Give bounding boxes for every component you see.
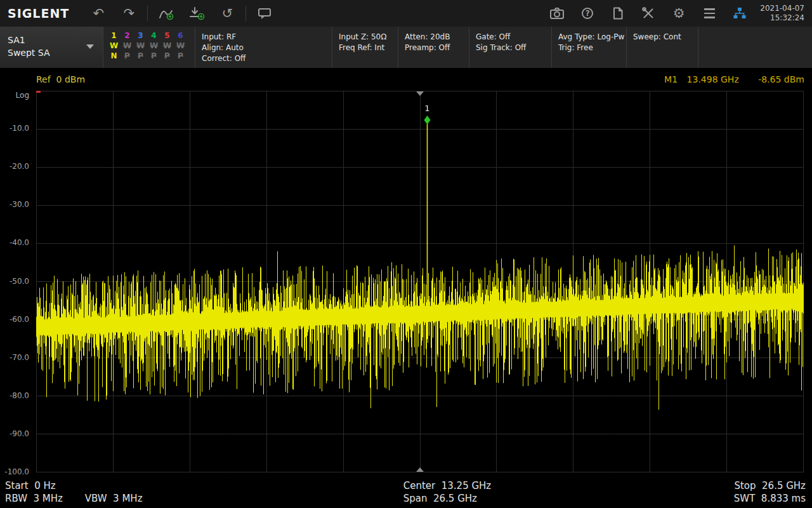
help-icon[interactable]: ? — [572, 0, 603, 27]
save-add-icon[interactable] — [181, 0, 212, 27]
impedance-status[interactable]: Input Z: 50ΩFreq Ref: Int — [332, 27, 398, 68]
sweep-info-right: Stop 26.5 GHz SWT 8.833 ms — [622, 476, 812, 508]
top-toolbar: SIGLENT ↶ ↷ ↺ — [0, 0, 812, 27]
settings-gear-icon[interactable]: ⚙ — [664, 0, 694, 27]
chevron-down-icon — [86, 44, 94, 49]
list-glyph — [704, 8, 715, 18]
spectrum-canvas[interactable] — [36, 91, 804, 472]
y-tick-label: -100.0 — [4, 467, 29, 476]
toolbar-separator — [147, 6, 148, 21]
sweep-status[interactable]: Sweep: Cont — [626, 27, 698, 68]
redo-icon[interactable]: ↷ — [114, 0, 144, 27]
date-label: 2021-04-07 — [760, 4, 804, 13]
menu-list-icon[interactable] — [694, 0, 724, 27]
trace-indicator-2[interactable]: 2WP — [123, 30, 131, 68]
file-icon[interactable] — [603, 0, 633, 27]
time-label: 15:32:24 — [760, 13, 804, 23]
y-tick-label: -20.0 — [10, 162, 29, 171]
trace-indicator-5[interactable]: 5WP — [163, 30, 171, 68]
start-frequency-label: Start 0 Hz — [5, 479, 273, 492]
atten-status[interactable]: Atten: 20dBPreamp: Off — [398, 27, 469, 68]
sweep-info-bar: Start 0 Hz RBW 3 MHz VBW 3 MHz Center 13… — [0, 476, 812, 508]
trace-status: 1WN2WP3WP4WP5WP6WP — [103, 27, 195, 68]
sweep-time-label: SWT 8.833 ms — [622, 492, 806, 505]
trace-indicator-3[interactable]: 3WP — [136, 30, 145, 68]
toolbar-separator — [246, 6, 246, 21]
y-tick-label: -40.0 — [10, 238, 29, 247]
message-dialog-icon[interactable] — [249, 0, 280, 27]
y-tick-label: -50.0 — [10, 277, 29, 286]
status-filler — [698, 27, 812, 68]
status-columns: Input: RFAlign: AutoCorrect: OffInput Z:… — [195, 27, 812, 68]
vbw-label: VBW 3 MHz — [85, 493, 143, 504]
gate-status[interactable]: Gate: OffSig Track: Off — [469, 27, 551, 68]
span-label: Span 26.5 GHz — [403, 492, 492, 505]
y-tick-label: -10.0 — [10, 124, 29, 133]
peak-search-add-icon[interactable] — [151, 0, 181, 27]
input-status[interactable]: Input: RFAlign: AutoCorrect: Off — [195, 27, 332, 68]
marker-frequency: 13.498 GHz — [687, 74, 739, 84]
status-bar: SA1 Swept SA 1WN2WP3WP4WP5WP6WP Input: R… — [0, 27, 812, 68]
y-axis-labels: Log -10.0-20.0-30.0-40.0-50.0-60.0-70.0-… — [0, 91, 32, 472]
rbw-label: RBW 3 MHz — [5, 493, 63, 504]
y-tick-label: -70.0 — [10, 353, 29, 362]
y-tick-label: -80.0 — [10, 391, 29, 400]
help-glyph: ? — [582, 8, 593, 19]
mode-line2: Swept SA — [8, 46, 96, 59]
trace-indicator-6[interactable]: 6WP — [176, 30, 185, 68]
marker-id: M1 — [664, 74, 678, 84]
sweep-info-center: Center 13.25 GHz Span 26.5 GHz — [273, 476, 622, 508]
mode-line1: SA1 — [8, 34, 96, 46]
trace-indicator-4[interactable]: 4WP — [150, 30, 158, 68]
y-tick-label: -30.0 — [10, 200, 29, 209]
stop-frequency-label: Stop 26.5 GHz — [622, 479, 806, 492]
mode-select[interactable]: SA1 Swept SA — [0, 27, 103, 68]
ref-level-label: Ref 0 dBm — [36, 74, 85, 84]
siglent-logo: SIGLENT — [0, 6, 83, 20]
screenshot-camera-icon[interactable] — [542, 0, 572, 27]
trace-indicator-1[interactable]: 1WN — [110, 30, 118, 68]
datetime-display: 2021-04-07 15:32:24 — [755, 4, 812, 23]
marker-readout: M1 13.498 GHz -8.65 dBm — [664, 74, 804, 84]
spectrum-analyzer-screen: SIGLENT ↶ ↷ ↺ — [0, 0, 812, 508]
restore-history-icon[interactable]: ↺ — [212, 0, 242, 27]
center-frequency-label: Center 13.25 GHz — [403, 479, 492, 492]
y-axis-title: Log — [16, 91, 29, 100]
sweep-info-left: Start 0 Hz RBW 3 MHz VBW 3 MHz — [0, 476, 273, 508]
spectrum-display: Ref 0 dBm M1 13.498 GHz -8.65 dBm Log -1… — [0, 68, 812, 476]
avg-status[interactable]: Avg Type: Log-PwTrig: Free — [551, 27, 626, 68]
y-tick-label: -90.0 — [10, 429, 29, 438]
tools-icon[interactable] — [633, 0, 664, 27]
marker-level: -8.65 dBm — [758, 74, 804, 84]
network-lan-icon[interactable] — [724, 0, 755, 27]
y-tick-label: -60.0 — [10, 315, 29, 324]
toolbar-right-group: ? ⚙ — [542, 0, 812, 27]
undo-icon[interactable]: ↶ — [83, 0, 114, 27]
